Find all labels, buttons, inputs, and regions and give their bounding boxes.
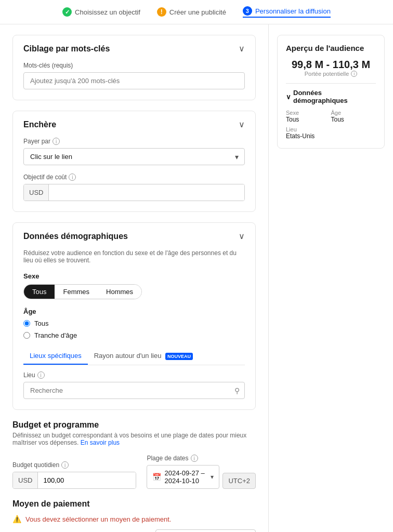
pay-info-icon[interactable]: i — [53, 138, 60, 145]
location-tabs: Lieux spécifiques Rayon autour d'un lieu… — [23, 348, 245, 365]
learn-more-link[interactable]: En savoir plus — [81, 439, 120, 446]
nav-step-1[interactable]: ✓ Choisissez un objectif — [62, 7, 140, 17]
step1-icon: ✓ — [62, 7, 72, 17]
date-chevron: ▾ — [211, 473, 214, 481]
pay-select[interactable]: Clic sur le lien — [23, 148, 245, 165]
sex-key: Sexe Tous — [286, 110, 331, 123]
step2-icon: ! — [157, 7, 166, 17]
cost-input-wrapper: USD — [23, 184, 245, 201]
keywords-title: Ciblage par mots-clés — [23, 44, 110, 54]
divider — [286, 83, 376, 84]
age-tranche-label: Tranche d'âge — [34, 331, 77, 339]
alert-text: Vous devez sélectionner un moyen de paie… — [25, 515, 171, 523]
step1-label: Choisissez un objectif — [75, 8, 140, 16]
sex-femmes-btn[interactable]: Femmes — [55, 285, 98, 299]
demographics-subtitle: Réduisez votre audience en fonction du s… — [23, 249, 245, 264]
audience-title: Aperçu de l'audience — [286, 44, 376, 52]
pay-field-label: Payer par i — [23, 138, 245, 145]
sex-hommes-btn[interactable]: Hommes — [98, 285, 141, 299]
cost-usd-prefix: USD — [24, 184, 49, 201]
audience-card: Aperçu de l'audience 99,8 M - 110,3 M Po… — [277, 35, 385, 149]
sex-group: Sexe Tous Femmes Hommes — [23, 272, 245, 299]
search-wrapper: ⚲ — [23, 382, 245, 399]
date-field: Plage de dates i 📅 2024-09-27 – 2024-10-… — [147, 455, 256, 489]
sex-label: Sexe — [23, 272, 245, 280]
audience-demo-title: Données démographiques — [293, 89, 376, 104]
budget-usd-prefix: USD — [13, 472, 38, 488]
budget-subtitle: Définissez un budget correspondant à vos… — [12, 432, 256, 446]
payment-alert: ⚠️ Vous devez sélectionner un moyen de p… — [12, 515, 256, 523]
left-panel: Ciblage par mots-clés ∨ Mots-clés (requi… — [0, 24, 268, 532]
alert-icon: ⚠️ — [12, 515, 21, 523]
keywords-section: Ciblage par mots-clés ∨ Mots-clés (requi… — [12, 35, 256, 100]
chevron-collapse[interactable]: ∨ — [286, 93, 291, 101]
tab-lieux-specifiques[interactable]: Lieux spécifiques — [23, 348, 88, 365]
budget-daily-label: Budget quotidien i — [12, 461, 136, 469]
nav-step-2[interactable]: ! Créer une publicité — [157, 7, 226, 17]
payment-row: ▮ Aucun moyen de paiement n'est sélectio… — [12, 529, 256, 532]
date-input[interactable]: 📅 2024-09-27 – 2024-10-10 ▾ — [147, 465, 219, 489]
audience-demo-header: ∨ Données démographiques — [286, 89, 376, 104]
bid-body: Payer par i Clic sur le lien Objectif de… — [13, 138, 255, 211]
payment-section: Moyen de paiement ⚠️ Vous devez sélectio… — [12, 499, 256, 532]
reach-label: Portée potentielle i — [286, 71, 376, 77]
bid-title: Enchère — [23, 120, 56, 129]
keywords-field-label: Mots-clés (requis) — [23, 62, 245, 69]
budget-row: Budget quotidien i USD Plage de dates i — [12, 455, 256, 489]
budget-section: Budget et programme Définissez un budget… — [12, 420, 256, 489]
age-label: Âge — [23, 308, 245, 315]
age-key: Âge Tous — [331, 110, 376, 123]
budget-info-icon[interactable]: i — [61, 461, 69, 469]
demographics-body: Réduisez votre audience en fonction du s… — [13, 249, 255, 409]
nouveau-badge: NOUVEAU — [165, 353, 193, 360]
keywords-input[interactable] — [23, 72, 245, 89]
cost-info-icon[interactable]: i — [69, 174, 76, 181]
audience-reach: 99,8 M - 110,3 M Portée potentielle i — [286, 59, 376, 77]
age-tranche-radio[interactable] — [23, 332, 30, 339]
payment-title: Moyen de paiement — [12, 499, 256, 509]
age-tranche-option[interactable]: Tranche d'âge — [23, 331, 245, 339]
keywords-chevron: ∨ — [239, 44, 245, 54]
lieu-field-label: Lieu i — [23, 371, 245, 379]
demo-grid: Sexe Tous Âge Tous Lieu Etats-Unis — [286, 110, 376, 140]
step3-icon: 3 — [243, 6, 252, 16]
top-nav: ✓ Choisissez un objectif ! Créer une pub… — [0, 0, 393, 24]
budget-usd-wrapper: USD — [12, 472, 136, 489]
keywords-header[interactable]: Ciblage par mots-clés ∨ — [13, 35, 255, 62]
search-icon: ⚲ — [234, 387, 240, 395]
lieu-key: Lieu Etats-Unis — [286, 126, 376, 140]
add-card-button[interactable]: + Ajouter une carte de crédit — [155, 529, 256, 532]
lieu-search-input[interactable] — [23, 382, 245, 399]
calendar-icon: 📅 — [152, 473, 161, 481]
bid-header[interactable]: Enchère ∨ — [13, 111, 255, 138]
keywords-body: Mots-clés (requis) — [13, 62, 255, 100]
age-tous-radio[interactable] — [23, 320, 30, 327]
date-label: Plage de dates i — [147, 455, 256, 462]
demographics-header[interactable]: Données démographiques ∨ — [13, 223, 255, 249]
nav-step-3[interactable]: 3 Personnaliser la diffusion — [243, 6, 331, 18]
cost-input[interactable] — [49, 184, 244, 201]
pay-select-wrapper: Clic sur le lien — [23, 148, 245, 165]
date-info-icon[interactable]: i — [191, 455, 198, 462]
bid-section: Enchère ∨ Payer par i Clic sur le lien O… — [12, 111, 256, 212]
step3-label: Personnaliser la diffusion — [255, 7, 331, 15]
demographics-title: Données démographiques — [23, 232, 128, 241]
sex-tous-btn[interactable]: Tous — [24, 285, 55, 299]
date-value: 2024-09-27 – 2024-10-10 — [164, 469, 205, 485]
sex-btn-group: Tous Femmes Hommes — [23, 284, 142, 299]
right-panel: Aperçu de l'audience 99,8 M - 110,3 M Po… — [268, 24, 393, 532]
timezone-badge: UTC+2 — [222, 473, 256, 489]
budget-daily-input[interactable] — [38, 472, 136, 488]
age-tous-option[interactable]: Tous — [23, 320, 245, 327]
reach-number: 99,8 M - 110,3 M — [286, 59, 376, 71]
reach-info-icon[interactable]: i — [351, 71, 357, 77]
cost-field-label: Objectif de coût i — [23, 174, 245, 181]
budget-daily-field: Budget quotidien i USD — [12, 461, 136, 489]
tab-rayon[interactable]: Rayon autour d'un lieu NOUVEAU — [88, 348, 199, 365]
main-layout: Ciblage par mots-clés ∨ Mots-clés (requi… — [0, 24, 393, 532]
demographics-section: Données démographiques ∨ Réduisez votre … — [12, 222, 256, 410]
lieu-info-icon[interactable]: i — [37, 371, 45, 379]
bid-chevron: ∨ — [239, 119, 245, 129]
budget-title: Budget et programme — [12, 420, 256, 430]
step2-label: Créer une publicité — [169, 8, 226, 16]
